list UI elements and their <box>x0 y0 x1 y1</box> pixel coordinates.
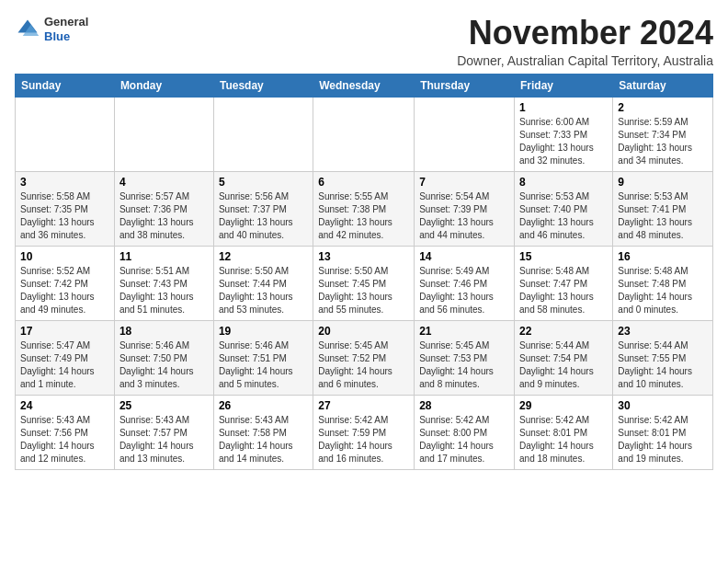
day-number: 27 <box>318 399 409 412</box>
calendar-header: SundayMondayTuesdayWednesdayThursdayFrid… <box>16 74 713 97</box>
day-number: 13 <box>318 250 409 263</box>
day-number: 3 <box>20 176 109 189</box>
day-number: 14 <box>419 250 509 263</box>
day-number: 18 <box>119 325 209 338</box>
title-block: November 2024 Downer, Australian Capital… <box>457 15 713 68</box>
day-info: Sunrise: 5:42 AM Sunset: 8:00 PM Dayligh… <box>419 414 509 465</box>
day-number: 16 <box>618 250 708 263</box>
day-number: 8 <box>519 176 608 189</box>
day-info: Sunrise: 5:42 AM Sunset: 8:01 PM Dayligh… <box>618 414 708 465</box>
calendar-cell: 10Sunrise: 5:52 AM Sunset: 7:42 PM Dayli… <box>16 246 115 320</box>
day-info: Sunrise: 5:55 AM Sunset: 7:38 PM Dayligh… <box>318 190 409 242</box>
calendar-cell: 4Sunrise: 5:57 AM Sunset: 7:36 PM Daylig… <box>114 171 213 246</box>
calendar-cell: 29Sunrise: 5:42 AM Sunset: 8:01 PM Dayli… <box>515 395 613 469</box>
day-info: Sunrise: 5:50 AM Sunset: 7:44 PM Dayligh… <box>219 265 308 316</box>
calendar-cell: 2Sunrise: 5:59 AM Sunset: 7:34 PM Daylig… <box>613 97 713 171</box>
weekday-header: Saturday <box>613 74 713 97</box>
day-number: 4 <box>119 176 209 189</box>
day-info: Sunrise: 5:46 AM Sunset: 7:51 PM Dayligh… <box>219 339 308 391</box>
calendar-cell: 15Sunrise: 5:48 AM Sunset: 7:47 PM Dayli… <box>515 246 613 320</box>
logo: General Blue <box>15 15 88 43</box>
calendar-title: November 2024 <box>457 15 713 52</box>
day-number: 26 <box>219 399 308 412</box>
day-info: Sunrise: 5:44 AM Sunset: 7:54 PM Dayligh… <box>519 339 608 391</box>
calendar-cell: 12Sunrise: 5:50 AM Sunset: 7:44 PM Dayli… <box>213 246 313 320</box>
logo-line1: General <box>44 15 88 29</box>
day-number: 19 <box>219 325 308 338</box>
day-info: Sunrise: 5:46 AM Sunset: 7:50 PM Dayligh… <box>119 339 209 391</box>
day-number: 25 <box>119 399 209 412</box>
calendar-table: SundayMondayTuesdayWednesdayThursdayFrid… <box>15 74 713 470</box>
day-number: 1 <box>519 101 608 114</box>
day-number: 30 <box>618 399 708 412</box>
calendar-week-row: 3Sunrise: 5:58 AM Sunset: 7:35 PM Daylig… <box>16 171 713 246</box>
calendar-cell: 22Sunrise: 5:44 AM Sunset: 7:54 PM Dayli… <box>515 320 613 395</box>
day-info: Sunrise: 5:43 AM Sunset: 7:57 PM Dayligh… <box>119 414 209 465</box>
calendar-week-row: 24Sunrise: 5:43 AM Sunset: 7:56 PM Dayli… <box>16 395 713 469</box>
calendar-cell: 6Sunrise: 5:55 AM Sunset: 7:38 PM Daylig… <box>313 171 415 246</box>
day-info: Sunrise: 5:57 AM Sunset: 7:36 PM Dayligh… <box>119 190 209 242</box>
day-info: Sunrise: 5:54 AM Sunset: 7:39 PM Dayligh… <box>419 190 509 242</box>
calendar-week-row: 10Sunrise: 5:52 AM Sunset: 7:42 PM Dayli… <box>16 246 713 320</box>
day-number: 2 <box>618 101 708 114</box>
page-header: General Blue November 2024 Downer, Austr… <box>15 15 713 68</box>
day-info: Sunrise: 5:48 AM Sunset: 7:48 PM Dayligh… <box>618 265 708 316</box>
day-info: Sunrise: 5:51 AM Sunset: 7:43 PM Dayligh… <box>119 265 209 316</box>
day-info: Sunrise: 5:50 AM Sunset: 7:45 PM Dayligh… <box>318 265 409 316</box>
calendar-subtitle: Downer, Australian Capital Territory, Au… <box>457 53 713 68</box>
day-info: Sunrise: 5:56 AM Sunset: 7:37 PM Dayligh… <box>219 190 308 242</box>
calendar-cell: 18Sunrise: 5:46 AM Sunset: 7:50 PM Dayli… <box>114 320 213 395</box>
calendar-cell: 21Sunrise: 5:45 AM Sunset: 7:53 PM Dayli… <box>415 320 515 395</box>
calendar-cell: 1Sunrise: 6:00 AM Sunset: 7:33 PM Daylig… <box>515 97 613 171</box>
calendar-cell: 20Sunrise: 5:45 AM Sunset: 7:52 PM Dayli… <box>313 320 415 395</box>
day-number: 22 <box>519 325 608 338</box>
calendar-cell: 23Sunrise: 5:44 AM Sunset: 7:55 PM Dayli… <box>613 320 713 395</box>
day-info: Sunrise: 5:47 AM Sunset: 7:49 PM Dayligh… <box>20 339 109 391</box>
day-info: Sunrise: 5:53 AM Sunset: 7:40 PM Dayligh… <box>519 190 608 242</box>
calendar-cell: 11Sunrise: 5:51 AM Sunset: 7:43 PM Dayli… <box>114 246 213 320</box>
calendar-cell: 3Sunrise: 5:58 AM Sunset: 7:35 PM Daylig… <box>16 171 115 246</box>
logo-text: General Blue <box>44 15 88 43</box>
weekday-header: Monday <box>114 74 213 97</box>
day-info: Sunrise: 5:42 AM Sunset: 7:59 PM Dayligh… <box>318 414 409 465</box>
day-number: 7 <box>419 176 509 189</box>
day-number: 29 <box>519 399 608 412</box>
calendar-cell: 16Sunrise: 5:48 AM Sunset: 7:48 PM Dayli… <box>613 246 713 320</box>
calendar-cell: 27Sunrise: 5:42 AM Sunset: 7:59 PM Dayli… <box>313 395 415 469</box>
calendar-cell: 26Sunrise: 5:43 AM Sunset: 7:58 PM Dayli… <box>213 395 313 469</box>
day-info: Sunrise: 5:59 AM Sunset: 7:34 PM Dayligh… <box>618 116 708 167</box>
weekday-header: Friday <box>515 74 613 97</box>
day-number: 21 <box>419 325 509 338</box>
calendar-cell: 19Sunrise: 5:46 AM Sunset: 7:51 PM Dayli… <box>213 320 313 395</box>
calendar-body: 1Sunrise: 6:00 AM Sunset: 7:33 PM Daylig… <box>16 97 713 469</box>
calendar-cell: 9Sunrise: 5:53 AM Sunset: 7:41 PM Daylig… <box>613 171 713 246</box>
day-number: 10 <box>20 250 109 263</box>
weekday-header: Tuesday <box>213 74 313 97</box>
weekday-header: Wednesday <box>313 74 415 97</box>
calendar-cell: 28Sunrise: 5:42 AM Sunset: 8:00 PM Dayli… <box>415 395 515 469</box>
calendar-week-row: 1Sunrise: 6:00 AM Sunset: 7:33 PM Daylig… <box>16 97 713 171</box>
calendar-cell <box>313 97 415 171</box>
calendar-cell: 5Sunrise: 5:56 AM Sunset: 7:37 PM Daylig… <box>213 171 313 246</box>
day-number: 15 <box>519 250 608 263</box>
calendar-cell: 8Sunrise: 5:53 AM Sunset: 7:40 PM Daylig… <box>515 171 613 246</box>
day-info: Sunrise: 5:58 AM Sunset: 7:35 PM Dayligh… <box>20 190 109 242</box>
day-number: 12 <box>219 250 308 263</box>
day-info: Sunrise: 5:52 AM Sunset: 7:42 PM Dayligh… <box>20 265 109 316</box>
day-number: 24 <box>20 399 109 412</box>
day-info: Sunrise: 5:53 AM Sunset: 7:41 PM Dayligh… <box>618 190 708 242</box>
calendar-cell: 13Sunrise: 5:50 AM Sunset: 7:45 PM Dayli… <box>313 246 415 320</box>
day-info: Sunrise: 5:45 AM Sunset: 7:52 PM Dayligh… <box>318 339 409 391</box>
calendar-cell: 24Sunrise: 5:43 AM Sunset: 7:56 PM Dayli… <box>16 395 115 469</box>
day-info: Sunrise: 5:45 AM Sunset: 7:53 PM Dayligh… <box>419 339 509 391</box>
day-number: 23 <box>618 325 708 338</box>
calendar-cell: 30Sunrise: 5:42 AM Sunset: 8:01 PM Dayli… <box>613 395 713 469</box>
calendar-cell <box>213 97 313 171</box>
day-info: Sunrise: 5:43 AM Sunset: 7:58 PM Dayligh… <box>219 414 308 465</box>
day-number: 28 <box>419 399 509 412</box>
weekday-header: Thursday <box>415 74 515 97</box>
logo-icon <box>15 17 40 42</box>
day-number: 11 <box>119 250 209 263</box>
weekday-header: Sunday <box>16 74 115 97</box>
day-number: 20 <box>318 325 409 338</box>
